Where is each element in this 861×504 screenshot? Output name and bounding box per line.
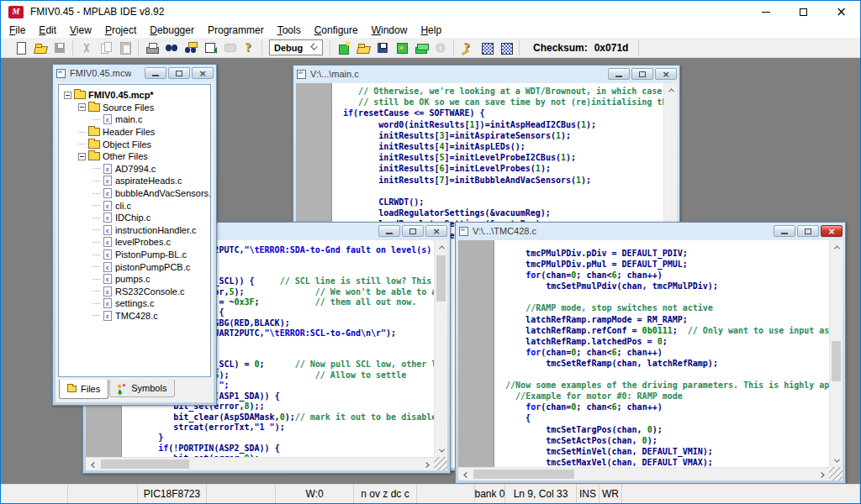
scroll-down-arrow-icon[interactable] (830, 454, 843, 467)
maximize-button[interactable] (784, 1, 822, 23)
tree-item-tmc428-c[interactable]: cTMC428.c (61, 310, 210, 323)
tree-item-bubbleandvacsensors-c[interactable]: cbubbleAndVacSensors.c (61, 187, 210, 200)
tree-item-fmiv0-45-mcp-[interactable]: FMIV0.45.mcp* (61, 89, 210, 102)
vertical-scrollbar[interactable] (434, 240, 447, 457)
vertical-scrollbar[interactable] (829, 240, 843, 467)
print-button[interactable] (142, 39, 161, 57)
menu-item-configure[interactable]: Configure (308, 24, 365, 36)
code-line: //Now some examples of the driving param… (495, 380, 829, 391)
scrollbar-thumb[interactable] (101, 459, 189, 469)
tree-item-levelprobes-c[interactable]: clevelProbes.c (61, 236, 210, 249)
tree-item-pistonpump-bl-c[interactable]: cPistonPump-BL.c (61, 249, 210, 261)
menu-item-edit[interactable]: Edit (32, 24, 63, 36)
child-maximize-button[interactable] (797, 225, 819, 237)
maximize-icon (805, 228, 811, 234)
save-workspace-button[interactable] (372, 39, 392, 57)
tree-item-object-files[interactable]: Object Files (61, 138, 210, 150)
tree-item-main-c[interactable]: cmain.c (61, 113, 210, 126)
menu-item-debugger[interactable]: Debugger (143, 24, 201, 36)
new-file-button[interactable] (11, 39, 30, 57)
child-close-button[interactable]: × (655, 68, 677, 80)
scroll-up-arrow-icon[interactable] (435, 240, 447, 254)
new-project-button[interactable] (334, 39, 353, 57)
minimize-button[interactable] (747, 1, 784, 23)
programmer-help-button[interactable] (457, 39, 477, 57)
scroll-left-arrow-icon[interactable] (86, 458, 99, 470)
menu-item-programmer[interactable]: Programmer (201, 24, 271, 36)
make-button[interactable] (411, 39, 430, 57)
dotted-line (92, 315, 100, 316)
menu-item-file[interactable]: File (3, 24, 32, 36)
code-line: initResults[7]=initBubbleAndVacSensors(1… (333, 175, 663, 186)
find-in-files-button[interactable] (181, 39, 200, 57)
child-close-button[interactable]: × (821, 225, 843, 237)
menu-item-view[interactable]: View (63, 24, 98, 36)
tree-item-aspirateheads-c[interactable]: caspirateHeads.c (61, 175, 210, 187)
horizontal-scrollbar[interactable] (458, 467, 829, 480)
scrollbar-thumb[interactable] (473, 470, 574, 479)
tree-item-header-files[interactable]: Header Files (61, 126, 210, 139)
editor-tmc-titlebar[interactable]: V:\...\TMC428.c × (456, 223, 845, 239)
menu-item-tools[interactable]: Tools (271, 24, 308, 36)
menu-item-project[interactable]: Project (98, 24, 143, 36)
child-maximize-button[interactable] (402, 225, 424, 237)
scroll-up-arrow-icon[interactable] (830, 240, 843, 254)
tree-item-idchip-c[interactable]: cIDChip.c (61, 212, 210, 224)
child-minimize-button[interactable] (774, 225, 795, 237)
child-close-button[interactable]: × (425, 225, 447, 237)
title-bar[interactable]: M FMIV0.45 - MPLAB IDE v8.92 × (1, 1, 860, 23)
close-button[interactable]: × (822, 1, 860, 23)
scroll-right-arrow-icon[interactable] (816, 468, 829, 480)
code-area-tmc428-c[interactable]: tmcPMulPDiv.pDiv = DEFAULT_PDIV; tmcPMul… (495, 240, 829, 467)
read-device-button[interactable] (496, 39, 515, 57)
tree-connector (77, 127, 87, 138)
child-minimize-button[interactable] (145, 67, 166, 79)
child-maximize-button[interactable] (631, 68, 653, 80)
open-project-button[interactable] (353, 39, 372, 57)
resize-grip[interactable] (829, 467, 843, 480)
tree-item-rs232console-c[interactable]: cRS232Console.c (61, 286, 210, 298)
scroll-left-arrow-icon[interactable] (458, 468, 472, 480)
child-minimize-button[interactable] (608, 68, 630, 80)
tree-item-settings-c[interactable]: csettings.c (61, 297, 210, 310)
tree-collapse-toggle[interactable] (77, 151, 87, 162)
horizontal-scrollbar[interactable] (86, 457, 434, 470)
program-device-button[interactable] (477, 39, 496, 57)
project-window[interactable]: FMIV0.45.mcw × FMIV0.45.mcp*Source Files… (52, 64, 217, 406)
scroll-right-arrow-icon[interactable] (420, 458, 434, 470)
child-minimize-button[interactable] (378, 225, 400, 237)
tree-item-cli-c[interactable]: ccli.c (61, 199, 210, 212)
tree-item-other-files[interactable]: Other Files (61, 150, 210, 163)
find-button[interactable] (161, 39, 181, 57)
editor-main-titlebar[interactable]: V:\...\main.c × (293, 66, 679, 81)
tree-item-label: settings.c (115, 298, 154, 308)
save-file-icon (53, 41, 66, 55)
scrollbar-thumb[interactable] (832, 341, 841, 381)
tree-collapse-toggle[interactable] (77, 102, 87, 113)
tree-item-label: FMIV0.45.mcp* (88, 90, 154, 100)
tree-item-pistonpumppcb-c[interactable]: cpistonPumpPCB.c (61, 260, 210, 273)
tree-collapse-toggle[interactable] (62, 90, 73, 101)
menu-item-help[interactable]: Help (414, 24, 448, 36)
scroll-up-arrow-icon[interactable] (664, 83, 677, 97)
tree-item-instructionhandler-c[interactable]: cinstructionHandler.c (61, 224, 210, 237)
menu-item-window[interactable]: Window (365, 24, 415, 36)
tree-item-pumps-c[interactable]: cpumps.c (61, 273, 210, 286)
open-file-button[interactable] (30, 39, 50, 57)
tree-item-source-files[interactable]: Source Files (61, 102, 210, 114)
goto-button[interactable] (200, 39, 219, 57)
build-button[interactable] (392, 39, 411, 57)
scrollbar-thumb[interactable] (436, 255, 446, 302)
child-maximize-button[interactable] (168, 67, 190, 79)
tree-item-ad7994-c[interactable]: cAD7994.c (61, 163, 210, 176)
minimize-icon (762, 12, 770, 13)
scroll-down-arrow-icon[interactable] (435, 444, 447, 457)
help-button[interactable] (239, 39, 258, 57)
tab-symbols[interactable]: Symbols (109, 380, 175, 397)
editor-window-tmc428-c[interactable]: V:\...\TMC428.c × tmcPMulPDiv.pDiv = DEF… (455, 222, 846, 484)
tab-files[interactable]: Files (59, 380, 108, 399)
resize-grip[interactable] (434, 457, 447, 470)
child-close-button[interactable]: × (192, 67, 214, 79)
project-window-titlebar[interactable]: FMIV0.45.mcw × (53, 65, 216, 81)
debug-profile-select[interactable]: Debug (269, 39, 323, 55)
